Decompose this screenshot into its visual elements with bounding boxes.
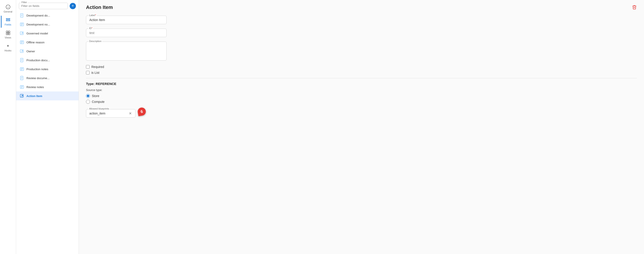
description-field-wrapper: Description bbox=[86, 42, 166, 61]
external-icon bbox=[20, 94, 24, 98]
type-label: Type: REFERENCE bbox=[86, 82, 637, 86]
field-name: Review notes bbox=[26, 85, 44, 89]
allowed-blueprints-label: Allowed blueprints bbox=[88, 107, 110, 110]
icon-sidebar: General Fields Views Hooks bbox=[0, 0, 16, 254]
svg-rect-3 bbox=[6, 18, 10, 19]
add-field-button[interactable]: + bbox=[70, 3, 76, 9]
sidebar-item-fields-label: Fields bbox=[5, 23, 11, 26]
filter-input[interactable] bbox=[21, 4, 66, 7]
filter-label: Filter bbox=[21, 1, 28, 3]
field-item-owner[interactable]: Owner bbox=[16, 47, 78, 56]
filter-input-wrapper: Filter bbox=[19, 3, 68, 9]
id-input[interactable] bbox=[89, 31, 163, 35]
page-title: Action Item bbox=[86, 4, 113, 10]
type-divider bbox=[86, 78, 637, 78]
field-item-action-item[interactable]: Action Item bbox=[16, 92, 78, 100]
close-icon bbox=[128, 112, 132, 115]
field-item-review-notes[interactable]: Review notes bbox=[16, 83, 78, 92]
svg-line-24 bbox=[22, 51, 23, 52]
field-name: Governed model bbox=[26, 32, 48, 35]
document-icon bbox=[20, 76, 24, 80]
main-header: Action Item bbox=[86, 4, 637, 10]
sidebar-item-hooks-label: Hooks bbox=[4, 49, 12, 52]
sidebar-item-general[interactable]: General bbox=[1, 3, 15, 15]
svg-rect-5 bbox=[6, 31, 8, 33]
text-icon bbox=[20, 85, 24, 89]
compute-radio[interactable] bbox=[86, 100, 90, 104]
sidebar-item-hooks[interactable]: Hooks bbox=[1, 42, 15, 54]
external-icon bbox=[20, 31, 24, 35]
document-icon bbox=[20, 58, 24, 62]
field-item-review-docume[interactable]: Review docume... bbox=[16, 74, 78, 83]
delete-button[interactable] bbox=[632, 5, 637, 10]
is-list-checkbox[interactable] bbox=[86, 71, 90, 74]
field-name: Production notes bbox=[26, 68, 48, 71]
field-item-offline-reason[interactable]: Offline reason bbox=[16, 38, 78, 47]
views-icon bbox=[6, 30, 10, 35]
field-item-development-no[interactable]: Development no... bbox=[16, 20, 78, 29]
store-radio-label: Store bbox=[92, 94, 99, 98]
required-checkbox-row: Required bbox=[86, 65, 637, 69]
field-name: Development no... bbox=[26, 23, 50, 26]
svg-rect-6 bbox=[8, 31, 10, 33]
id-floating-label: ID* bbox=[88, 27, 93, 29]
allowed-blueprints-input[interactable] bbox=[89, 112, 128, 115]
sidebar-item-general-label: General bbox=[4, 10, 12, 13]
document-icon bbox=[20, 13, 24, 18]
is-list-checkbox-row: is List bbox=[86, 71, 637, 74]
field-name: Production docu... bbox=[26, 59, 50, 62]
description-field-group: Description bbox=[86, 42, 637, 61]
compute-radio-label: Compute bbox=[92, 100, 104, 104]
svg-line-42 bbox=[22, 95, 23, 97]
svg-rect-8 bbox=[8, 33, 10, 35]
description-textarea[interactable] bbox=[89, 44, 163, 57]
field-item-production-docu[interactable]: Production docu... bbox=[16, 56, 78, 65]
filter-area: Filter + bbox=[16, 0, 78, 11]
label-floating-label: Label* bbox=[88, 14, 97, 16]
sidebar-item-views[interactable]: Views bbox=[1, 29, 15, 41]
text-icon bbox=[20, 22, 24, 27]
field-name: Action Item bbox=[26, 94, 42, 98]
sidebar-item-views-label: Views bbox=[5, 36, 11, 39]
source-type-label: Source type: bbox=[86, 88, 637, 92]
required-checkbox[interactable] bbox=[86, 65, 90, 69]
allowed-blueprints-area: Allowed blueprints 6 bbox=[86, 106, 637, 118]
label-input[interactable] bbox=[89, 18, 163, 22]
required-checkbox-label: Required bbox=[91, 65, 104, 69]
clear-allowed-blueprints-button[interactable] bbox=[128, 112, 132, 115]
label-field-group: Label* bbox=[86, 16, 637, 24]
field-item-development-do[interactable]: Development do... bbox=[16, 11, 78, 20]
info-circle-icon bbox=[6, 4, 10, 9]
field-name: Offline reason bbox=[26, 41, 44, 44]
fields-list: Development do... Development no... Gove… bbox=[16, 11, 78, 254]
trash-icon bbox=[632, 5, 637, 10]
field-name: Review docume... bbox=[26, 76, 50, 80]
allowed-blueprints-wrapper: Allowed blueprints bbox=[86, 109, 136, 118]
svg-line-18 bbox=[22, 33, 23, 34]
text-icon bbox=[20, 67, 24, 71]
id-field-wrapper: ID* bbox=[86, 29, 166, 37]
fields-panel: Filter + Development do... Development n… bbox=[16, 0, 79, 254]
source-type-compute-row: Compute bbox=[86, 100, 637, 104]
external-icon bbox=[20, 49, 24, 53]
badge-container: 6 bbox=[138, 108, 146, 116]
main-content: Action Item Label* ID* bbox=[79, 0, 644, 254]
svg-rect-7 bbox=[6, 33, 8, 35]
label-field-wrapper: Label* bbox=[86, 16, 166, 24]
field-item-production-notes[interactable]: Production notes bbox=[16, 65, 78, 74]
description-floating-label: Description bbox=[88, 40, 102, 42]
hooks-icon bbox=[6, 43, 10, 48]
is-list-checkbox-label: is List bbox=[91, 71, 100, 74]
field-item-governed-model[interactable]: Governed model bbox=[16, 29, 78, 38]
store-radio[interactable] bbox=[86, 94, 90, 98]
fields-icon bbox=[6, 17, 10, 22]
field-name: Development do... bbox=[26, 14, 50, 17]
text-icon bbox=[20, 40, 24, 44]
field-name: Owner bbox=[26, 50, 35, 53]
source-type-store-row: Store bbox=[86, 94, 637, 98]
svg-rect-4 bbox=[6, 20, 10, 21]
sidebar-item-fields[interactable]: Fields bbox=[1, 16, 15, 28]
badge: 6 bbox=[137, 107, 146, 116]
active-indicator bbox=[1, 16, 2, 28]
id-field-group: ID* bbox=[86, 29, 637, 37]
